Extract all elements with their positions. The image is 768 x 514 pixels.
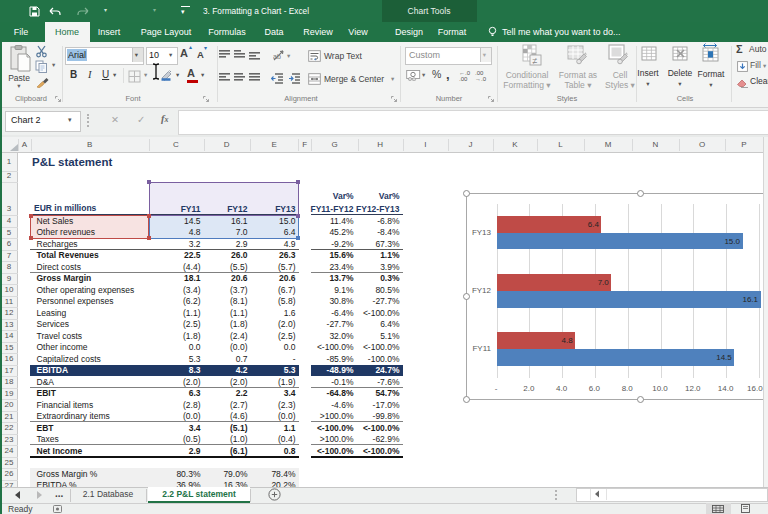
svg-text:≠: ≠ xyxy=(533,56,538,66)
svg-text:ab: ab xyxy=(273,53,281,60)
